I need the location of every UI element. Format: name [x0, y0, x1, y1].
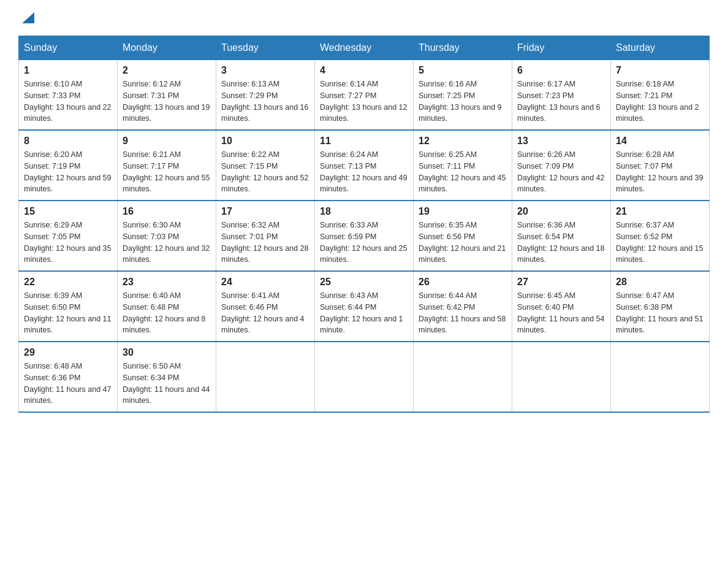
day-info: Sunrise: 6:35 AMSunset: 6:56 PMDaylight:… — [419, 221, 506, 264]
calendar-day-cell: 7 Sunrise: 6:18 AMSunset: 7:21 PMDayligh… — [611, 60, 710, 131]
weekday-header-row: SundayMondayTuesdayWednesdayThursdayFrid… — [19, 36, 710, 60]
weekday-header-wednesday: Wednesday — [315, 36, 414, 60]
day-info: Sunrise: 6:29 AMSunset: 7:05 PMDaylight:… — [24, 221, 111, 264]
page-header — [18, 12, 710, 23]
calendar-week-row: 22 Sunrise: 6:39 AMSunset: 6:50 PMDaylig… — [19, 271, 710, 342]
day-info: Sunrise: 6:10 AMSunset: 7:33 PMDaylight:… — [24, 80, 111, 123]
calendar-day-cell — [315, 342, 414, 412]
day-info: Sunrise: 6:33 AMSunset: 6:59 PMDaylight:… — [320, 221, 407, 264]
calendar-day-cell: 30 Sunrise: 6:50 AMSunset: 6:34 PMDaylig… — [118, 342, 216, 412]
day-number: 30 — [123, 347, 211, 358]
calendar-day-cell: 2 Sunrise: 6:12 AMSunset: 7:31 PMDayligh… — [118, 60, 216, 131]
logo-triangle-icon — [22, 12, 34, 23]
day-info: Sunrise: 6:40 AMSunset: 6:48 PMDaylight:… — [123, 291, 206, 334]
day-number: 16 — [123, 206, 211, 217]
day-info: Sunrise: 6:13 AMSunset: 7:29 PMDaylight:… — [221, 80, 308, 123]
day-number: 1 — [24, 65, 112, 76]
day-number: 18 — [320, 206, 408, 217]
calendar-day-cell: 18 Sunrise: 6:33 AMSunset: 6:59 PMDaylig… — [315, 201, 414, 271]
day-number: 9 — [123, 136, 211, 147]
day-info: Sunrise: 6:16 AMSunset: 7:25 PMDaylight:… — [419, 80, 502, 123]
calendar-day-cell: 16 Sunrise: 6:30 AMSunset: 7:03 PMDaylig… — [118, 201, 216, 271]
weekday-header-friday: Friday — [512, 36, 611, 60]
calendar-day-cell: 14 Sunrise: 6:28 AMSunset: 7:07 PMDaylig… — [611, 130, 710, 201]
calendar-day-cell: 26 Sunrise: 6:44 AMSunset: 6:42 PMDaylig… — [414, 271, 512, 342]
calendar-day-cell: 1 Sunrise: 6:10 AMSunset: 7:33 PMDayligh… — [19, 60, 118, 131]
day-info: Sunrise: 6:32 AMSunset: 7:01 PMDaylight:… — [221, 221, 308, 264]
calendar-day-cell — [216, 342, 315, 412]
day-number: 14 — [616, 136, 704, 147]
calendar-day-cell: 25 Sunrise: 6:43 AMSunset: 6:44 PMDaylig… — [315, 271, 414, 342]
day-info: Sunrise: 6:20 AMSunset: 7:19 PMDaylight:… — [24, 150, 111, 193]
calendar-week-row: 29 Sunrise: 6:48 AMSunset: 6:36 PMDaylig… — [19, 342, 710, 412]
calendar-day-cell: 9 Sunrise: 6:21 AMSunset: 7:17 PMDayligh… — [118, 130, 216, 201]
day-number: 8 — [24, 136, 112, 147]
calendar-week-row: 8 Sunrise: 6:20 AMSunset: 7:19 PMDayligh… — [19, 130, 710, 201]
calendar-day-cell: 8 Sunrise: 6:20 AMSunset: 7:19 PMDayligh… — [19, 130, 118, 201]
day-number: 15 — [24, 206, 112, 217]
day-number: 7 — [616, 65, 704, 76]
day-info: Sunrise: 6:44 AMSunset: 6:42 PMDaylight:… — [419, 291, 506, 334]
day-number: 5 — [419, 65, 507, 76]
day-info: Sunrise: 6:28 AMSunset: 7:07 PMDaylight:… — [616, 150, 703, 193]
day-info: Sunrise: 6:21 AMSunset: 7:17 PMDaylight:… — [123, 150, 210, 193]
day-number: 10 — [221, 136, 309, 147]
calendar-day-cell: 5 Sunrise: 6:16 AMSunset: 7:25 PMDayligh… — [414, 60, 512, 131]
day-info: Sunrise: 6:22 AMSunset: 7:15 PMDaylight:… — [221, 150, 308, 193]
weekday-header-thursday: Thursday — [414, 36, 512, 60]
calendar-day-cell: 15 Sunrise: 6:29 AMSunset: 7:05 PMDaylig… — [19, 201, 118, 271]
day-info: Sunrise: 6:39 AMSunset: 6:50 PMDaylight:… — [24, 291, 111, 334]
calendar-day-cell: 12 Sunrise: 6:25 AMSunset: 7:11 PMDaylig… — [414, 130, 512, 201]
day-info: Sunrise: 6:18 AMSunset: 7:21 PMDaylight:… — [616, 80, 699, 123]
calendar-table: SundayMondayTuesdayWednesdayThursdayFrid… — [18, 36, 710, 413]
day-number: 19 — [419, 206, 507, 217]
day-number: 27 — [517, 277, 605, 288]
day-number: 2 — [123, 65, 211, 76]
calendar-day-cell: 19 Sunrise: 6:35 AMSunset: 6:56 PMDaylig… — [414, 201, 512, 271]
day-info: Sunrise: 6:37 AMSunset: 6:52 PMDaylight:… — [616, 221, 703, 264]
day-number: 24 — [221, 277, 309, 288]
day-number: 11 — [320, 136, 408, 147]
day-number: 4 — [320, 65, 408, 76]
calendar-week-row: 15 Sunrise: 6:29 AMSunset: 7:05 PMDaylig… — [19, 201, 710, 271]
calendar-day-cell: 22 Sunrise: 6:39 AMSunset: 6:50 PMDaylig… — [19, 271, 118, 342]
day-number: 13 — [517, 136, 605, 147]
day-number: 3 — [221, 65, 309, 76]
day-info: Sunrise: 6:26 AMSunset: 7:09 PMDaylight:… — [517, 150, 604, 193]
calendar-day-cell: 11 Sunrise: 6:24 AMSunset: 7:13 PMDaylig… — [315, 130, 414, 201]
day-info: Sunrise: 6:50 AMSunset: 6:34 PMDaylight:… — [123, 362, 210, 405]
calendar-day-cell: 20 Sunrise: 6:36 AMSunset: 6:54 PMDaylig… — [512, 201, 611, 271]
day-number: 23 — [123, 277, 211, 288]
day-number: 26 — [419, 277, 507, 288]
day-info: Sunrise: 6:14 AMSunset: 7:27 PMDaylight:… — [320, 80, 407, 123]
day-number: 29 — [24, 347, 112, 358]
day-info: Sunrise: 6:41 AMSunset: 6:46 PMDaylight:… — [221, 291, 305, 334]
day-info: Sunrise: 6:36 AMSunset: 6:54 PMDaylight:… — [517, 221, 604, 264]
day-number: 12 — [419, 136, 507, 147]
day-info: Sunrise: 6:25 AMSunset: 7:11 PMDaylight:… — [419, 150, 506, 193]
calendar-day-cell — [414, 342, 512, 412]
day-number: 25 — [320, 277, 408, 288]
calendar-day-cell: 23 Sunrise: 6:40 AMSunset: 6:48 PMDaylig… — [118, 271, 216, 342]
weekday-header-saturday: Saturday — [611, 36, 710, 60]
calendar-day-cell — [611, 342, 710, 412]
day-info: Sunrise: 6:12 AMSunset: 7:31 PMDaylight:… — [123, 80, 210, 123]
calendar-day-cell: 4 Sunrise: 6:14 AMSunset: 7:27 PMDayligh… — [315, 60, 414, 131]
day-info: Sunrise: 6:43 AMSunset: 6:44 PMDaylight:… — [320, 291, 403, 334]
calendar-day-cell: 24 Sunrise: 6:41 AMSunset: 6:46 PMDaylig… — [216, 271, 315, 342]
day-number: 21 — [616, 206, 704, 217]
day-info: Sunrise: 6:30 AMSunset: 7:03 PMDaylight:… — [123, 221, 210, 264]
weekday-header-tuesday: Tuesday — [216, 36, 315, 60]
calendar-day-cell: 13 Sunrise: 6:26 AMSunset: 7:09 PMDaylig… — [512, 130, 611, 201]
svg-marker-0 — [22, 12, 34, 23]
logo — [18, 12, 37, 23]
calendar-day-cell — [512, 342, 611, 412]
calendar-day-cell: 10 Sunrise: 6:22 AMSunset: 7:15 PMDaylig… — [216, 130, 315, 201]
day-number: 17 — [221, 206, 309, 217]
day-info: Sunrise: 6:47 AMSunset: 6:38 PMDaylight:… — [616, 291, 703, 334]
day-number: 6 — [517, 65, 605, 76]
calendar-day-cell: 6 Sunrise: 6:17 AMSunset: 7:23 PMDayligh… — [512, 60, 611, 131]
weekday-header-sunday: Sunday — [19, 36, 118, 60]
calendar-day-cell: 17 Sunrise: 6:32 AMSunset: 7:01 PMDaylig… — [216, 201, 315, 271]
day-number: 20 — [517, 206, 605, 217]
